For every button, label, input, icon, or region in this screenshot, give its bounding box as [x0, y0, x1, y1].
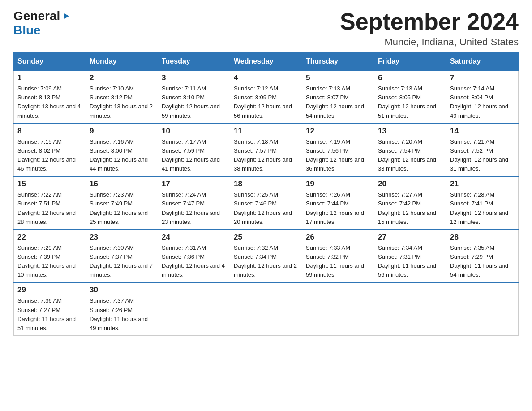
day-info: Sunrise: 7:14 AMSunset: 8:04 PMDaylight:…: [450, 84, 515, 120]
day-info: Sunrise: 7:31 AMSunset: 7:36 PMDaylight:…: [162, 244, 226, 280]
day-number: 27: [378, 233, 442, 242]
calendar-cell: 26Sunrise: 7:33 AMSunset: 7:32 PMDayligh…: [302, 230, 374, 283]
calendar-header-monday: Monday: [86, 53, 158, 71]
day-number: 12: [306, 127, 370, 136]
day-number: 17: [162, 180, 226, 188]
calendar-cell: 8Sunrise: 7:15 AMSunset: 8:02 PMDaylight…: [14, 124, 86, 177]
calendar-cell: 22Sunrise: 7:29 AMSunset: 7:39 PMDayligh…: [14, 230, 86, 283]
calendar-header-tuesday: Tuesday: [158, 53, 230, 71]
day-number: 20: [378, 180, 442, 188]
calendar-cell: 18Sunrise: 7:25 AMSunset: 7:46 PMDayligh…: [230, 176, 302, 230]
logo-blue-text: Blue: [13, 23, 41, 37]
calendar-header-thursday: Thursday: [302, 53, 374, 71]
calendar-cell: 30Sunrise: 7:37 AMSunset: 7:26 PMDayligh…: [86, 283, 158, 335]
calendar-cell: 17Sunrise: 7:24 AMSunset: 7:47 PMDayligh…: [158, 176, 230, 230]
calendar-header-wednesday: Wednesday: [230, 53, 302, 71]
day-info: Sunrise: 7:26 AMSunset: 7:44 PMDaylight:…: [306, 190, 370, 227]
day-info: Sunrise: 7:12 AMSunset: 8:09 PMDaylight:…: [234, 84, 298, 120]
calendar-cell: 3Sunrise: 7:11 AMSunset: 8:10 PMDaylight…: [158, 70, 230, 124]
calendar-cell: 5Sunrise: 7:13 AMSunset: 8:07 PMDaylight…: [302, 70, 374, 124]
calendar-cell: 1Sunrise: 7:09 AMSunset: 8:13 PMDaylight…: [14, 70, 86, 124]
day-number: 13: [378, 127, 442, 136]
calendar-cell: 28Sunrise: 7:35 AMSunset: 7:29 PMDayligh…: [446, 230, 519, 283]
day-number: 14: [450, 127, 515, 136]
day-info: Sunrise: 7:16 AMSunset: 8:00 PMDaylight:…: [90, 137, 154, 174]
title-section: September 2024 Muncie, Indiana, United S…: [340, 9, 519, 48]
day-number: 19: [306, 180, 370, 188]
day-info: Sunrise: 7:34 AMSunset: 7:31 PMDaylight:…: [378, 244, 442, 280]
day-number: 26: [306, 233, 370, 242]
day-number: 6: [378, 73, 442, 82]
calendar-header-row: SundayMondayTuesdayWednesdayThursdayFrid…: [14, 53, 519, 71]
calendar-cell: 21Sunrise: 7:28 AMSunset: 7:41 PMDayligh…: [446, 176, 519, 230]
day-info: Sunrise: 7:20 AMSunset: 7:54 PMDaylight:…: [378, 137, 442, 174]
day-number: 7: [450, 73, 515, 82]
calendar-cell: 9Sunrise: 7:16 AMSunset: 8:00 PMDaylight…: [86, 124, 158, 177]
day-number: 11: [234, 127, 298, 136]
calendar-cell: 10Sunrise: 7:17 AMSunset: 7:59 PMDayligh…: [158, 124, 230, 177]
calendar-cell: 25Sunrise: 7:32 AMSunset: 7:34 PMDayligh…: [230, 230, 302, 283]
calendar-cell: 12Sunrise: 7:19 AMSunset: 7:56 PMDayligh…: [302, 124, 374, 177]
day-number: 30: [90, 286, 154, 295]
day-info: Sunrise: 7:22 AMSunset: 7:51 PMDaylight:…: [17, 190, 82, 227]
day-info: Sunrise: 7:37 AMSunset: 7:26 PMDaylight:…: [90, 296, 154, 333]
calendar-cell: 29Sunrise: 7:36 AMSunset: 7:27 PMDayligh…: [14, 283, 86, 335]
calendar-header-friday: Friday: [374, 53, 446, 71]
calendar-week-row: 22Sunrise: 7:29 AMSunset: 7:39 PMDayligh…: [14, 230, 519, 283]
day-info: Sunrise: 7:29 AMSunset: 7:39 PMDaylight:…: [17, 244, 82, 280]
calendar-cell: [446, 283, 519, 335]
calendar-cell: 4Sunrise: 7:12 AMSunset: 8:09 PMDaylight…: [230, 70, 302, 124]
calendar-cell: 7Sunrise: 7:14 AMSunset: 8:04 PMDaylight…: [446, 70, 519, 124]
day-info: Sunrise: 7:21 AMSunset: 7:52 PMDaylight:…: [450, 137, 515, 174]
day-number: 15: [17, 180, 82, 188]
calendar-cell: [374, 283, 446, 335]
day-number: 29: [17, 286, 82, 295]
calendar-header-saturday: Saturday: [446, 53, 519, 71]
logo: General Blue: [13, 9, 71, 38]
day-info: Sunrise: 7:35 AMSunset: 7:29 PMDaylight:…: [450, 244, 515, 280]
day-info: Sunrise: 7:09 AMSunset: 8:13 PMDaylight:…: [17, 84, 82, 120]
day-number: 10: [162, 127, 226, 136]
day-number: 24: [162, 233, 226, 242]
day-info: Sunrise: 7:11 AMSunset: 8:10 PMDaylight:…: [162, 84, 226, 120]
day-number: 28: [450, 233, 515, 242]
day-info: Sunrise: 7:28 AMSunset: 7:41 PMDaylight:…: [450, 190, 515, 227]
day-info: Sunrise: 7:24 AMSunset: 7:47 PMDaylight:…: [162, 190, 226, 227]
calendar-cell: 15Sunrise: 7:22 AMSunset: 7:51 PMDayligh…: [14, 176, 86, 230]
day-info: Sunrise: 7:33 AMSunset: 7:32 PMDaylight:…: [306, 244, 370, 280]
calendar-subtitle: Muncie, Indiana, United States: [340, 36, 519, 48]
calendar-week-row: 29Sunrise: 7:36 AMSunset: 7:27 PMDayligh…: [14, 283, 519, 335]
logo-general-text: General: [13, 9, 60, 23]
calendar-cell: 24Sunrise: 7:31 AMSunset: 7:36 PMDayligh…: [158, 230, 230, 283]
day-number: 16: [90, 180, 154, 188]
page-header: General Blue September 2024 Muncie, Indi…: [13, 9, 519, 48]
calendar-header-sunday: Sunday: [14, 53, 86, 71]
day-info: Sunrise: 7:10 AMSunset: 8:12 PMDaylight:…: [90, 84, 154, 120]
day-info: Sunrise: 7:36 AMSunset: 7:27 PMDaylight:…: [17, 296, 82, 333]
calendar-cell: [158, 283, 230, 335]
day-info: Sunrise: 7:32 AMSunset: 7:34 PMDaylight:…: [234, 244, 298, 280]
calendar-cell: 11Sunrise: 7:18 AMSunset: 7:57 PMDayligh…: [230, 124, 302, 177]
day-number: 2: [90, 73, 154, 82]
day-info: Sunrise: 7:25 AMSunset: 7:46 PMDaylight:…: [234, 190, 298, 227]
day-number: 25: [234, 233, 298, 242]
calendar-cell: 2Sunrise: 7:10 AMSunset: 8:12 PMDaylight…: [86, 70, 158, 124]
calendar-cell: 19Sunrise: 7:26 AMSunset: 7:44 PMDayligh…: [302, 176, 374, 230]
day-info: Sunrise: 7:13 AMSunset: 8:05 PMDaylight:…: [378, 84, 442, 120]
day-info: Sunrise: 7:15 AMSunset: 8:02 PMDaylight:…: [17, 137, 82, 174]
day-number: 21: [450, 180, 515, 188]
calendar-week-row: 15Sunrise: 7:22 AMSunset: 7:51 PMDayligh…: [14, 176, 519, 230]
day-number: 1: [17, 73, 82, 82]
calendar-table: SundayMondayTuesdayWednesdayThursdayFrid…: [13, 52, 519, 336]
calendar-cell: 13Sunrise: 7:20 AMSunset: 7:54 PMDayligh…: [374, 124, 446, 177]
day-number: 3: [162, 73, 226, 82]
day-number: 9: [90, 127, 154, 136]
calendar-cell: 6Sunrise: 7:13 AMSunset: 8:05 PMDaylight…: [374, 70, 446, 124]
logo-arrow-icon: [61, 11, 71, 21]
day-info: Sunrise: 7:18 AMSunset: 7:57 PMDaylight:…: [234, 137, 298, 174]
calendar-cell: 27Sunrise: 7:34 AMSunset: 7:31 PMDayligh…: [374, 230, 446, 283]
calendar-cell: 14Sunrise: 7:21 AMSunset: 7:52 PMDayligh…: [446, 124, 519, 177]
day-number: 4: [234, 73, 298, 82]
calendar-week-row: 1Sunrise: 7:09 AMSunset: 8:13 PMDaylight…: [14, 70, 519, 124]
day-number: 5: [306, 73, 370, 82]
